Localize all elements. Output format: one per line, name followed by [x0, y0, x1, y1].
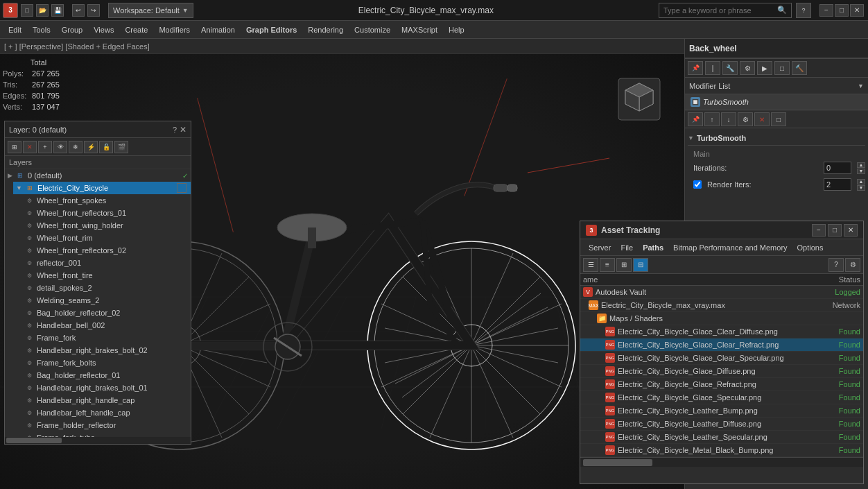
- asset-row-png-7[interactable]: PNG Electric_City_Bicycle_Leather_Diffus…: [580, 418, 863, 431]
- maximize-btn[interactable]: □: [835, 4, 849, 17]
- asset-tool-list[interactable]: ☰: [583, 258, 598, 272]
- layer-item-0[interactable]: ▶ ⊞ 0 (default) ✓: [5, 169, 191, 182]
- modifier-entry[interactable]: 🔲 TurboSmooth: [685, 94, 868, 110]
- render-iters-checkbox[interactable]: [693, 180, 702, 189]
- save-btn[interactable]: 💾: [51, 4, 64, 17]
- open-btn[interactable]: 📂: [36, 4, 49, 17]
- layer-item-16[interactable]: ⚙ Bag_holder_reflector_01: [5, 369, 191, 381]
- render-iters-spinner[interactable]: ▲ ▼: [857, 179, 865, 191]
- asset-menu-options[interactable]: Options: [793, 242, 828, 253]
- asset-menu-file[interactable]: File: [616, 242, 637, 253]
- asset-row-png-1[interactable]: PNG Electric_City_Bicycle_Glace_Clear_Re…: [580, 338, 863, 352]
- asset-row-png-4[interactable]: PNG Electric_City_Bicycle_Glace_Refract.…: [580, 378, 863, 391]
- menu-edit[interactable]: Edit: [3, 24, 27, 36]
- layer-item-14[interactable]: ⚙ Handlebar_right_brakes_bolt_02: [5, 344, 191, 357]
- asset-close-btn[interactable]: ✕: [844, 224, 858, 237]
- display-icon[interactable]: □: [774, 61, 790, 75]
- layer-item-17[interactable]: ⚙ Handlebar_right_brakes_bolt_01: [5, 381, 191, 394]
- layer-item-8[interactable]: ⚙ Wheel_front_tire: [5, 269, 191, 282]
- layer-item-12[interactable]: ⚙ Handlebar_bell_002: [5, 319, 191, 332]
- menu-graph-editors[interactable]: Graph Editors: [241, 24, 302, 36]
- menu-animation[interactable]: Animation: [196, 24, 241, 36]
- scrollbar-thumb[interactable]: [6, 438, 62, 443]
- utilities-icon[interactable]: 🔨: [792, 61, 807, 75]
- asset-row-folder[interactable]: 📁 Maps / Shaders: [580, 312, 863, 325]
- redo-btn[interactable]: ↪: [87, 4, 100, 17]
- layer-tool-2[interactable]: +: [38, 141, 52, 153]
- asset-maximize-btn[interactable]: □: [828, 224, 842, 237]
- menu-group[interactable]: Group: [56, 24, 89, 36]
- layer-item-6[interactable]: ⚙ Wheel_front_reflectors_02: [5, 244, 191, 257]
- asset-settings-btn[interactable]: ⚙: [845, 258, 860, 272]
- workspace-dropdown[interactable]: Workspace: Default ▼: [108, 3, 193, 18]
- move-up-icon[interactable]: ↑: [704, 112, 720, 126]
- asset-row-png-6[interactable]: PNG Electric_City_Bicycle_Leather_Bump.p…: [580, 404, 863, 418]
- asset-tool-detail[interactable]: ≡: [600, 258, 615, 272]
- render-spin-down[interactable]: ▼: [857, 185, 865, 191]
- help-icon-btn[interactable]: ?: [796, 3, 811, 18]
- iterations-input[interactable]: [824, 162, 851, 174]
- layer-item-3[interactable]: ⚙ Wheel_front_reflectors_01: [5, 207, 191, 219]
- layer-item-1[interactable]: ▼ ⊞ Electric_City_Bicycle: [13, 182, 191, 194]
- asset-minimize-btn[interactable]: −: [812, 224, 826, 237]
- render-spin-up[interactable]: ▲: [857, 179, 865, 185]
- select-by-name-icon[interactable]: |: [705, 61, 720, 75]
- asset-row-max[interactable]: MAX Electric_City_Bicycle_max_vray.max N…: [580, 299, 863, 312]
- menu-modifiers[interactable]: Modifiers: [153, 24, 196, 36]
- layer-item-20[interactable]: ⚙ Frame_holder_reflector: [5, 419, 191, 431]
- render-iters-input[interactable]: [824, 178, 851, 191]
- menu-customize[interactable]: Customize: [349, 24, 396, 36]
- layer-help-btn[interactable]: ?: [173, 126, 177, 134]
- spin-up-icon[interactable]: ▲: [857, 162, 865, 168]
- asset-row-vault[interactable]: V Autodesk Vault Logged: [580, 286, 863, 299]
- asset-row-png-9[interactable]: PNG Electric_City_Bicycle_Metal_Black_Bu…: [580, 444, 863, 457]
- menu-create[interactable]: Create: [119, 24, 153, 36]
- asset-scrollbar-thumb[interactable]: [583, 459, 652, 466]
- layer-item-5[interactable]: ⚙ Wheel_front_rim: [5, 232, 191, 244]
- menu-help[interactable]: Help: [443, 24, 470, 36]
- asset-tool-thumb[interactable]: ⊞: [616, 258, 632, 272]
- modify-icon[interactable]: 🔧: [722, 61, 738, 75]
- layer-item-2[interactable]: ⚙ Wheel_front_spokes: [5, 194, 191, 207]
- layer-tool-0[interactable]: ⊞: [8, 141, 21, 153]
- minimize-btn[interactable]: −: [819, 4, 833, 17]
- layer-item-9[interactable]: ⚙ detail_spokes_2: [5, 282, 191, 294]
- spin-down-icon[interactable]: ▼: [857, 169, 865, 174]
- asset-tool-grid[interactable]: ⊟: [633, 258, 648, 272]
- asset-help-btn[interactable]: ?: [828, 258, 844, 272]
- layer-item-18[interactable]: ⚙ Handlebar_right_handle_cap: [5, 394, 191, 406]
- asset-menu-bitmap[interactable]: Bitmap Performance and Memory: [669, 242, 791, 253]
- configure-icon[interactable]: ⚙: [738, 112, 753, 126]
- layer-close-btn[interactable]: ✕: [180, 125, 186, 135]
- close-btn[interactable]: ✕: [850, 4, 864, 17]
- layer-tool-4[interactable]: ❄: [69, 141, 83, 153]
- pin-mod-icon[interactable]: 📌: [688, 112, 703, 126]
- asset-menu-server[interactable]: Server: [584, 242, 615, 253]
- asset-row-png-3[interactable]: PNG Electric_City_Bicycle_Glace_Diffuse.…: [580, 365, 863, 378]
- layer-item-4[interactable]: ⚙ Wheel_front_wing_holder: [5, 219, 191, 232]
- asset-row-png-5[interactable]: PNG Electric_City_Bicycle_Glace_Specular…: [580, 391, 863, 404]
- app-icon[interactable]: 3: [3, 3, 18, 18]
- asset-menu-paths[interactable]: Paths: [639, 242, 668, 253]
- delete-mod-icon[interactable]: ✕: [754, 112, 770, 126]
- search-input[interactable]: [663, 6, 774, 15]
- layer-tool-6[interactable]: 🔓: [99, 141, 113, 153]
- modifier-dropdown-arrow[interactable]: ▼: [858, 83, 864, 89]
- asset-scrollbar[interactable]: [580, 457, 863, 467]
- asset-row-png-2[interactable]: PNG Electric_City_Bicycle_Glace_Clear_Sp…: [580, 352, 863, 365]
- move-down-icon[interactable]: ↓: [721, 112, 736, 126]
- menu-views[interactable]: Views: [88, 24, 119, 36]
- layer-item-19[interactable]: ⚙ Handlebar_left_handle_cap: [5, 406, 191, 419]
- asset-row-png-0[interactable]: PNG Electric_City_Bicycle_Glace_Clear_Di…: [580, 325, 863, 338]
- undo-btn[interactable]: ↩: [72, 4, 85, 17]
- layer-tool-1[interactable]: ✕: [23, 141, 37, 153]
- pin-icon[interactable]: 📌: [688, 61, 703, 75]
- layer-item-7[interactable]: ⚙ reflector_001: [5, 257, 191, 269]
- layer-tool-3[interactable]: 👁: [53, 141, 67, 153]
- layer-item-13[interactable]: ⚙ Frame_fork: [5, 332, 191, 344]
- show-all-icon-btn[interactable]: □: [771, 112, 786, 126]
- layer-vis-toggle-1[interactable]: [177, 183, 186, 193]
- hierarchy-icon[interactable]: ⚙: [740, 61, 755, 75]
- layer-tool-7[interactable]: 🎬: [114, 141, 128, 153]
- menu-rendering[interactable]: Rendering: [302, 24, 349, 36]
